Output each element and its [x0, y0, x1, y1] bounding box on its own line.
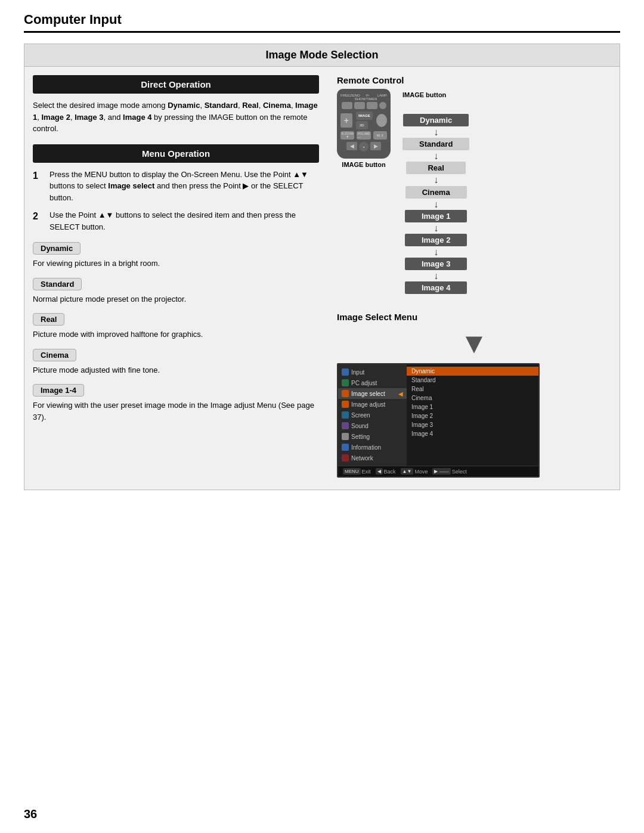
osd-right-image2: Image 2 — [407, 411, 538, 420]
freeze-button[interactable] — [342, 102, 352, 109]
osd-footer-move: ▲▼ Move — [401, 468, 428, 475]
remote-top-labels: FREEZE NO SHOW P-TIMER LAMP — [340, 94, 387, 101]
osd-label-pcadjust: PC adjust — [351, 380, 377, 386]
page-header: Computer Input — [24, 12, 620, 33]
menu-step-2: 2 Use the Point ▲▼ buttons to select the… — [33, 209, 319, 233]
menu-operation-bar: Menu Operation — [33, 144, 319, 163]
remote-body: FREEZE NO SHOW P-TIMER LAMP — [337, 89, 391, 159]
osd-label-screen: Screen — [351, 412, 370, 419]
section-box: Image Mode Selection Direct Operation Se… — [24, 44, 620, 490]
mode-tag-dynamic: Dynamic — [33, 242, 80, 255]
cycle-diagram: Dynamic ↓ Standard ↓ Real ↓ — [402, 114, 469, 294]
image-select-title: Image Select Menu — [337, 312, 611, 322]
osd-footer-key-move: ▲▼ — [401, 468, 414, 475]
cycle-arrow-3: ↓ — [434, 174, 438, 185]
lamp-button[interactable] — [379, 102, 386, 109]
osd-arrow-imageselect: ◀ — [398, 391, 403, 397]
osd-right-cinema: Cinema — [407, 394, 538, 402]
osd-icon-pcadjust — [342, 379, 349, 386]
mode-desc-dynamic: For viewing pictures in a bright room. — [33, 258, 319, 270]
plus-button[interactable]: + — [340, 113, 352, 128]
menu-step-1: 1 Press the MENU button to display the O… — [33, 169, 319, 204]
cycle-item-image3: Image 3 ↓ — [405, 258, 467, 281]
osd-item-input: Input — [338, 367, 407, 377]
osd-item-sound: Sound — [338, 420, 407, 431]
section-inner: Direct Operation Select the desired imag… — [24, 75, 620, 478]
osd-item-screen: Screen — [338, 410, 407, 420]
osd-label-setting: Setting — [351, 433, 370, 440]
osd-item-imageadjust: Image adjust — [338, 399, 407, 410]
remote-bottom-row: D.ZOOM▼ VOLUME— ML E — [340, 131, 387, 140]
cycle-box-image2: Image 2 — [405, 234, 467, 246]
osd-right-standard: Standard — [407, 376, 538, 385]
image-button[interactable]: IMAGE — [356, 112, 373, 120]
osd-icon-imageadjust — [342, 401, 349, 408]
volume-button[interactable]: VOLUME— — [357, 131, 370, 140]
cycle-item-real: Real ↓ — [406, 162, 466, 185]
mode-tag-cinema: Cinema — [33, 349, 76, 361]
osd-icon-screen — [342, 411, 349, 419]
dzoom-button[interactable]: D.ZOOM▼ — [340, 131, 354, 140]
round-button[interactable] — [376, 114, 387, 127]
osd-footer-key-exit: MENU — [343, 468, 361, 475]
cycle-item-image1: Image 1 ↓ — [405, 210, 467, 234]
osd-right-image4: Image 4 — [407, 429, 538, 438]
osd-item-network: Network — [338, 453, 407, 463]
step-number-2: 2 — [33, 209, 45, 233]
cycle-item-cinema: Cinema ↓ — [405, 186, 467, 210]
cycle-box-standard: Standard — [402, 138, 469, 150]
mode-cinema: Cinema Picture mode adjusted with fine t… — [33, 349, 319, 376]
osd-right-image3: Image 3 — [407, 420, 538, 429]
nav-left[interactable]: ◀ — [346, 142, 357, 150]
nav-center[interactable]: ● — [359, 142, 369, 151]
menu-operation-section: Menu Operation 1 Press the MENU button t… — [33, 144, 319, 233]
mode-dynamic: Dynamic For viewing pictures in a bright… — [33, 242, 319, 270]
osd-body: Input PC adjust Image select ◀ — [338, 364, 538, 466]
osd-label-sound: Sound — [351, 423, 369, 429]
cycle-box-image3: Image 3 — [405, 258, 467, 270]
cycle-arrow-2: ↓ — [434, 150, 438, 162]
osd-right-image1: Image 1 — [407, 402, 538, 411]
osd-footer-exit: MENU Exit — [343, 468, 371, 475]
noshow-button[interactable] — [354, 102, 365, 109]
remote-nav-row: ◀ ● ▶ — [340, 142, 387, 151]
osd-icon-setting — [342, 433, 349, 440]
nav-right[interactable]: ▶ — [370, 142, 381, 150]
3d-button[interactable]: 3D — [356, 121, 368, 129]
mode-real: Real Picture mode with improved halftone… — [33, 313, 319, 340]
cycle-box-dynamic: Dynamic — [403, 114, 469, 126]
osd-footer-label-move: Move — [414, 469, 428, 475]
cycle-arrow-5: ↓ — [434, 222, 438, 234]
osd-item-imageselect: Image select ◀ — [338, 388, 407, 399]
page-title: Computer Input — [24, 12, 122, 27]
mode-desc-image14: For viewing with the user preset image m… — [33, 400, 319, 423]
image-button-label: IMAGE button — [402, 91, 446, 98]
mode-section: Dynamic For viewing pictures in a bright… — [33, 242, 319, 423]
osd-footer: MENU Exit ◀ Back ▲▼ Move — [338, 466, 538, 476]
cycle-box-image4: Image 4 — [405, 281, 467, 294]
remote-image-button-caption: IMAGE button — [342, 161, 385, 168]
osd-label-network: Network — [351, 455, 373, 462]
mle-button[interactable]: ML E — [373, 131, 387, 140]
step-2-text: Use the Point ▲▼ buttons to select the d… — [49, 209, 319, 233]
step-number-1: 1 — [33, 169, 45, 204]
ptimer-button[interactable] — [367, 102, 377, 109]
cycle-arrow-7: ↓ — [434, 270, 438, 281]
mode-tag-real: Real — [33, 313, 64, 326]
osd-footer-key-select: ▶ —— — [432, 468, 450, 475]
cycle-item-dynamic: Dynamic ↓ — [403, 114, 469, 138]
mode-image14: Image 1-4 For viewing with the user pres… — [33, 384, 319, 423]
osd-item-information: Information — [338, 442, 407, 453]
osd-footer-select: ▶ —— Select — [432, 468, 466, 475]
osd-icon-network — [342, 454, 349, 462]
mode-tag-image14: Image 1-4 — [33, 384, 84, 397]
mode-standard: Standard Normal picture mode preset on t… — [33, 278, 319, 305]
page-container: Computer Input Image Mode Selection Dire… — [0, 0, 644, 833]
osd-right-real: Real — [407, 385, 538, 394]
cycle-item-image4: Image 4 — [405, 281, 467, 294]
mode-desc-real: Picture mode with improved halftone for … — [33, 329, 319, 340]
osd-right-panel: Dynamic Standard Real Cinema Image 1 Ima… — [407, 364, 538, 466]
cycle-arrow-4: ↓ — [434, 199, 438, 210]
mode-desc-standard: Normal picture mode preset on the projec… — [33, 293, 319, 305]
menu-steps: 1 Press the MENU button to display the O… — [33, 169, 319, 233]
